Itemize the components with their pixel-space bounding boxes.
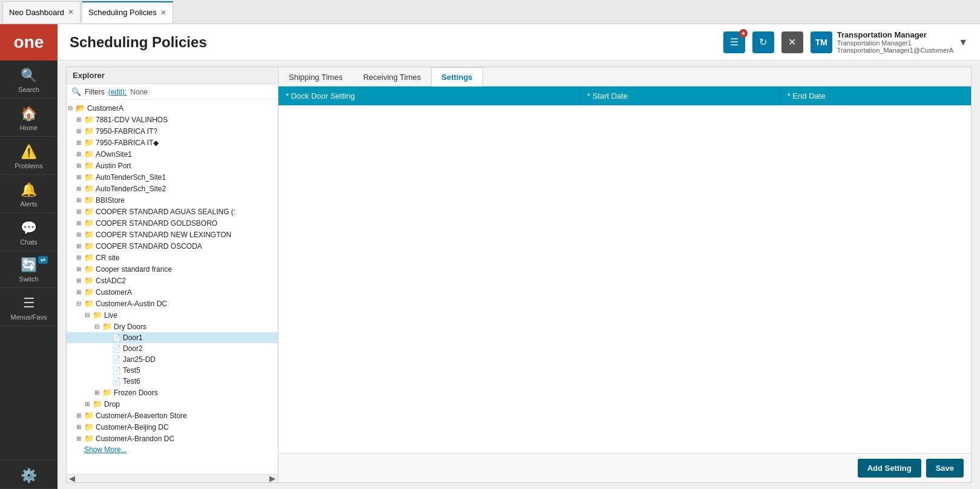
tree-label-frozen-doors: Frozen Doors — [114, 389, 158, 397]
tree-node-bbistore[interactable]: ⊞📁BBIStore — [67, 194, 278, 206]
tree-label-aownsite1: AOwnSite1 — [96, 150, 132, 159]
tree-node-customerA-beijing[interactable]: ⊞📁CustomerA-Beijing DC — [67, 421, 278, 433]
tree-label-fabrica-it-diamond: 7950-FABRICA IT◆ — [96, 139, 159, 147]
expand-icon-autotendersch-site1[interactable]: ⊞ — [75, 174, 82, 180]
tree-label-cooper-oscoda: COOPER STANDARD OSCODA — [96, 242, 202, 251]
sidebar-item-settings-gear[interactable]: ⚙️ — [0, 460, 58, 489]
chevron-down-icon[interactable]: ▼ — [958, 37, 968, 48]
expand-icon-customerA-beijing[interactable]: ⊞ — [75, 424, 82, 430]
tree-node-dry-doors[interactable]: ⊟📁Dry Doors — [67, 321, 278, 332]
tree-node-cdv-valinhos[interactable]: ⊞📁7881-CDV VALINHOS — [67, 114, 278, 125]
switch-icon: 🔄 — [21, 257, 37, 273]
tree-container[interactable]: ⊟📂CustomerA⊞📁7881-CDV VALINHOS⊞📁7950-FAB… — [67, 100, 278, 474]
tree-node-live[interactable]: ⊟📁Live — [67, 309, 278, 321]
tab-shipping-times[interactable]: Shipping Times — [278, 67, 353, 87]
scroll-left-arrow[interactable]: ◀ — [69, 474, 75, 482]
expand-icon-dry-doors[interactable]: ⊟ — [93, 323, 100, 330]
sidebar-logo[interactable]: one — [0, 24, 58, 61]
expand-icon-cdv-valinhos[interactable]: ⊞ — [75, 116, 82, 123]
tree-node-autotendersch-site1[interactable]: ⊞📁AutoTenderSch_Site1 — [67, 171, 278, 183]
tree-label-test5: Test5 — [123, 366, 140, 375]
expand-icon-cstadc2[interactable]: ⊞ — [75, 277, 82, 284]
menu-lines-icon: ☰ — [730, 36, 738, 48]
close-page-button[interactable]: ✕ — [781, 31, 803, 53]
expand-icon-frozen-doors[interactable]: ⊞ — [93, 389, 100, 396]
expand-icon-drop[interactable]: ⊞ — [84, 401, 91, 407]
folder-icon-customerA-node: 📁 — [84, 287, 94, 297]
user-info[interactable]: TM Transportation Manager Transportation… — [811, 30, 968, 54]
horizontal-scroll-bar[interactable]: ◀ ▶ — [67, 474, 278, 482]
expand-icon-autotendersch-site2[interactable]: ⊞ — [75, 185, 82, 192]
tree-node-test5[interactable]: 📄Test5 — [67, 365, 278, 376]
expand-icon-cooper-oscoda[interactable]: ⊞ — [75, 243, 82, 249]
expand-icon-aownsite1[interactable]: ⊞ — [75, 151, 82, 157]
favorites-menu-button[interactable]: ☰ ★ — [723, 31, 745, 53]
tree-node-door2[interactable]: 📄Door2 — [67, 343, 278, 354]
sidebar-item-menus[interactable]: ☰ Menus/Favs — [0, 288, 58, 326]
panel-container: Explorer 🔍 Filters (edit): None ⊟📂Custom… — [66, 67, 972, 483]
expand-icon-customerA-beaverton[interactable]: ⊞ — [75, 412, 82, 419]
sidebar-item-home[interactable]: 🏠 Home — [0, 99, 58, 137]
tab-neo-dashboard-close[interactable]: ✕ — [68, 8, 74, 16]
sidebar-item-chats[interactable]: 💬 Chats — [0, 213, 58, 251]
tree-node-aownsite1[interactable]: ⊞📁AOwnSite1 — [67, 148, 278, 160]
sidebar-item-alerts-label: Alerts — [20, 200, 37, 208]
tab-settings[interactable]: Settings — [431, 67, 482, 87]
tree-node-door1[interactable]: 📄Door1 — [67, 332, 278, 343]
tree-node-cooper-goldsboro[interactable]: ⊞📁COOPER STANDARD GOLDSBORO — [67, 217, 278, 229]
folder-icon-dry-doors: 📁 — [102, 322, 112, 331]
sidebar-item-alerts[interactable]: 🔔 Alerts — [0, 175, 58, 213]
tree-node-customerA-austin-dc[interactable]: ⊟📁CustomerA-Austin DC — [67, 298, 278, 309]
tab-neo-dashboard[interactable]: Neo Dashboard ✕ — [2, 1, 81, 23]
add-setting-button[interactable]: Add Setting — [858, 459, 921, 478]
expand-icon-cooper-aguas[interactable]: ⊞ — [75, 208, 82, 215]
tree-node-cooper-france[interactable]: ⊞📁Cooper standard france — [67, 263, 278, 275]
tree-node-cooper-oscoda[interactable]: ⊞📁COOPER STANDARD OSCODA — [67, 240, 278, 252]
expand-icon-austin-port[interactable]: ⊞ — [75, 162, 82, 169]
tree-node-autotendersch-site2[interactable]: ⊞📁AutoTenderSch_Site2 — [67, 183, 278, 194]
tree-node-fabrica-it-q[interactable]: ⊞📁7950-FABRICA IT? — [67, 125, 278, 137]
tree-node-test6[interactable]: 📄Test6 — [67, 376, 278, 387]
tab-scheduling-policies[interactable]: Scheduling Policies ✕ — [82, 1, 173, 23]
tree-node-customerA-beaverton[interactable]: ⊞📁CustomerA-Beaverton Store — [67, 410, 278, 421]
sidebar-item-problems[interactable]: ⚠️ Problems — [0, 137, 58, 175]
expand-icon-cooper-new-lex[interactable]: ⊞ — [75, 231, 82, 238]
tree-node-cstadc2[interactable]: ⊞📁CstADC2 — [67, 275, 278, 286]
tree-node-frozen-doors[interactable]: ⊞📁Frozen Doors — [67, 387, 278, 398]
doc-icon-door2: 📄 — [112, 344, 121, 353]
expand-icon-fabrica-it-q[interactable]: ⊞ — [75, 128, 82, 134]
refresh-button[interactable]: ↻ — [752, 31, 774, 53]
folder-icon-customerA-beaverton: 📁 — [84, 411, 94, 420]
tab-scheduling-policies-close[interactable]: ✕ — [160, 9, 166, 16]
tree-node-cooper-new-lex[interactable]: ⊞📁COOPER STANDARD NEW LEXINGTON — [67, 229, 278, 240]
tree-node-jan25-dd[interactable]: 📄Jan25-DD — [67, 354, 278, 365]
tree-node-cr-site[interactable]: ⊞📁CR site — [67, 252, 278, 263]
expand-icon-customerA-root[interactable]: ⊟ — [67, 105, 74, 111]
expand-icon-cr-site[interactable]: ⊞ — [75, 254, 82, 261]
expand-icon-bbistore[interactable]: ⊞ — [75, 197, 82, 203]
folder-icon-aownsite1: 📁 — [84, 149, 94, 159]
sidebar-item-switch[interactable]: ⇄ 🔄 Switch — [0, 251, 58, 288]
expand-icon-cooper-france[interactable]: ⊞ — [75, 266, 82, 272]
expand-icon-fabrica-it-diamond[interactable]: ⊞ — [75, 139, 82, 146]
tree-node-austin-port[interactable]: ⊞📁Austin Port — [67, 160, 278, 171]
tree-node-customerA-node[interactable]: ⊞📁CustomerA — [67, 286, 278, 298]
tree-node-show-more[interactable]: Show More... — [67, 444, 278, 455]
expand-icon-customerA-brandon[interactable]: ⊞ — [75, 435, 82, 442]
tree-node-customerA-brandon[interactable]: ⊞📁CustomerA-Brandon DC — [67, 433, 278, 444]
tree-node-cooper-aguas[interactable]: ⊞📁COOPER STANDARD AGUAS SEALING (: — [67, 206, 278, 217]
expand-icon-cooper-goldsboro[interactable]: ⊞ — [75, 220, 82, 226]
app-body: one 🔍 Search 🏠 Home ⚠️ Problems 🔔 Alerts… — [0, 24, 980, 489]
filter-edit-link[interactable]: (edit): — [108, 88, 127, 96]
sidebar-item-search[interactable]: 🔍 Search — [0, 61, 58, 99]
expand-icon-live[interactable]: ⊟ — [84, 312, 91, 318]
tree-node-fabrica-it-diamond[interactable]: ⊞📁7950-FABRICA IT◆ — [67, 137, 278, 148]
expand-icon-customerA-austin-dc[interactable]: ⊟ — [75, 300, 82, 307]
scroll-right-arrow[interactable]: ▶ — [269, 474, 275, 482]
expand-icon-customerA-node[interactable]: ⊞ — [75, 289, 82, 295]
tree-node-drop[interactable]: ⊞📁Drop — [67, 398, 278, 410]
save-button[interactable]: Save — [926, 459, 964, 478]
tree-node-customerA-root[interactable]: ⊟📂CustomerA — [67, 102, 278, 114]
tree-label-jan25-dd: Jan25-DD — [123, 355, 156, 364]
tab-receiving-times[interactable]: Receiving Times — [353, 67, 431, 87]
